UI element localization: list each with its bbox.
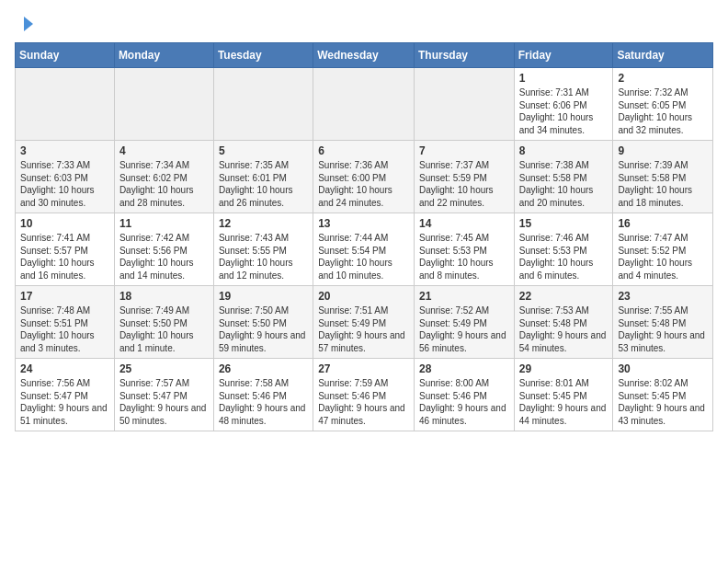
calendar-cell: 25Sunrise: 7:57 AMSunset: 5:47 PMDayligh…	[114, 359, 213, 431]
calendar-cell: 20Sunrise: 7:51 AMSunset: 5:49 PMDayligh…	[313, 286, 415, 359]
day-info: Sunset: 5:58 PM	[618, 172, 708, 185]
day-number: 1	[519, 72, 609, 85]
calendar-cell: 28Sunrise: 8:00 AMSunset: 5:46 PMDayligh…	[414, 359, 514, 431]
day-number: 8	[519, 144, 609, 157]
day-info: Sunrise: 7:55 AM	[618, 304, 708, 317]
calendar-cell: 6Sunrise: 7:36 AMSunset: 6:00 PMDaylight…	[313, 141, 415, 213]
day-info: Sunset: 6:01 PM	[219, 172, 308, 185]
day-number: 4	[119, 144, 209, 157]
calendar-cell: 22Sunrise: 7:53 AMSunset: 5:48 PMDayligh…	[514, 286, 613, 359]
day-info: Daylight: 10 hours and 30 minutes.	[20, 184, 109, 209]
day-number: 16	[618, 217, 708, 230]
day-info: Sunset: 5:46 PM	[219, 390, 308, 403]
logo-icon	[17, 15, 35, 33]
day-number: 6	[318, 144, 409, 157]
calendar-cell: 18Sunrise: 7:49 AMSunset: 5:50 PMDayligh…	[114, 286, 213, 359]
day-info: Sunrise: 7:48 AM	[20, 304, 109, 317]
day-info: Sunset: 6:03 PM	[20, 172, 109, 185]
day-info: Daylight: 10 hours and 3 minutes.	[20, 329, 109, 354]
day-number: 12	[219, 217, 308, 230]
day-info: Sunrise: 7:58 AM	[219, 377, 308, 390]
calendar-cell	[114, 68, 213, 141]
day-info: Daylight: 9 hours and 51 minutes.	[20, 402, 109, 427]
day-info: Sunset: 5:53 PM	[419, 245, 509, 258]
calendar-cell: 26Sunrise: 7:58 AMSunset: 5:46 PMDayligh…	[213, 359, 313, 431]
day-info: Daylight: 10 hours and 18 minutes.	[618, 184, 708, 209]
calendar-cell: 11Sunrise: 7:42 AMSunset: 5:56 PMDayligh…	[114, 213, 213, 286]
day-info: Sunset: 5:47 PM	[119, 390, 209, 403]
day-info: Daylight: 9 hours and 46 minutes.	[419, 402, 509, 427]
day-info: Daylight: 10 hours and 1 minute.	[119, 329, 209, 354]
calendar-cell: 10Sunrise: 7:41 AMSunset: 5:57 PMDayligh…	[16, 213, 115, 286]
day-info: Daylight: 9 hours and 56 minutes.	[419, 329, 509, 354]
day-info: Sunset: 5:58 PM	[519, 172, 609, 185]
calendar-header-row: SundayMondayTuesdayWednesdayThursdayFrid…	[16, 43, 713, 68]
page-header	[15, 15, 713, 33]
day-info: Daylight: 10 hours and 10 minutes.	[318, 257, 409, 282]
day-info: Sunset: 5:56 PM	[119, 245, 209, 258]
day-info: Sunset: 6:02 PM	[119, 172, 209, 185]
day-info: Sunrise: 7:35 AM	[219, 159, 308, 172]
day-info: Sunset: 5:47 PM	[20, 390, 109, 403]
day-number: 2	[618, 72, 708, 85]
day-info: Daylight: 10 hours and 20 minutes.	[519, 184, 609, 209]
day-info: Sunrise: 7:45 AM	[419, 232, 509, 245]
day-number: 23	[618, 290, 708, 303]
day-info: Sunrise: 7:51 AM	[318, 304, 409, 317]
day-info: Daylight: 9 hours and 47 minutes.	[318, 402, 409, 427]
day-number: 21	[419, 290, 509, 303]
day-info: Sunset: 5:49 PM	[318, 317, 409, 330]
day-info: Sunset: 5:48 PM	[618, 317, 708, 330]
calendar-cell: 14Sunrise: 7:45 AMSunset: 5:53 PMDayligh…	[414, 213, 514, 286]
calendar-cell: 4Sunrise: 7:34 AMSunset: 6:02 PMDaylight…	[114, 141, 213, 213]
day-info: Sunset: 6:00 PM	[318, 172, 409, 185]
calendar-week-5: 24Sunrise: 7:56 AMSunset: 5:47 PMDayligh…	[16, 359, 713, 431]
day-info: Sunrise: 7:59 AM	[318, 377, 409, 390]
col-header-saturday: Saturday	[613, 43, 713, 68]
day-number: 5	[219, 144, 308, 157]
col-header-sunday: Sunday	[16, 43, 115, 68]
calendar-cell: 27Sunrise: 7:59 AMSunset: 5:46 PMDayligh…	[313, 359, 415, 431]
calendar-cell: 13Sunrise: 7:44 AMSunset: 5:54 PMDayligh…	[313, 213, 415, 286]
day-info: Daylight: 10 hours and 12 minutes.	[219, 257, 308, 282]
day-info: Daylight: 9 hours and 44 minutes.	[519, 402, 609, 427]
day-number: 11	[119, 217, 209, 230]
day-info: Sunrise: 7:46 AM	[519, 232, 609, 245]
day-info: Daylight: 10 hours and 34 minutes.	[519, 111, 609, 136]
day-info: Sunrise: 7:41 AM	[20, 232, 109, 245]
day-info: Sunset: 5:46 PM	[419, 390, 509, 403]
day-info: Sunrise: 7:39 AM	[618, 159, 708, 172]
day-info: Daylight: 10 hours and 8 minutes.	[419, 257, 509, 282]
day-info: Sunset: 5:53 PM	[519, 245, 609, 258]
col-header-wednesday: Wednesday	[313, 43, 415, 68]
calendar-table: SundayMondayTuesdayWednesdayThursdayFrid…	[15, 42, 713, 431]
day-number: 28	[419, 362, 509, 375]
svg-marker-0	[24, 17, 33, 31]
day-info: Daylight: 10 hours and 24 minutes.	[318, 184, 409, 209]
day-info: Sunrise: 7:57 AM	[119, 377, 209, 390]
day-info: Daylight: 9 hours and 54 minutes.	[519, 329, 609, 354]
day-info: Daylight: 9 hours and 43 minutes.	[618, 402, 708, 427]
col-header-monday: Monday	[114, 43, 213, 68]
day-info: Sunrise: 8:01 AM	[519, 377, 609, 390]
day-info: Sunset: 5:57 PM	[20, 245, 109, 258]
calendar-cell: 17Sunrise: 7:48 AMSunset: 5:51 PMDayligh…	[16, 286, 115, 359]
day-number: 10	[20, 217, 109, 230]
day-info: Sunrise: 7:38 AM	[519, 159, 609, 172]
day-number: 29	[519, 362, 609, 375]
calendar-cell	[313, 68, 415, 141]
col-header-thursday: Thursday	[414, 43, 514, 68]
calendar-cell: 23Sunrise: 7:55 AMSunset: 5:48 PMDayligh…	[613, 286, 713, 359]
day-info: Sunset: 6:06 PM	[519, 99, 609, 112]
calendar-week-4: 17Sunrise: 7:48 AMSunset: 5:51 PMDayligh…	[16, 286, 713, 359]
day-number: 13	[318, 217, 409, 230]
day-info: Sunset: 5:45 PM	[519, 390, 609, 403]
calendar-cell: 21Sunrise: 7:52 AMSunset: 5:49 PMDayligh…	[414, 286, 514, 359]
day-info: Sunrise: 8:02 AM	[618, 377, 708, 390]
day-info: Sunrise: 7:34 AM	[119, 159, 209, 172]
day-info: Sunset: 5:54 PM	[318, 245, 409, 258]
day-number: 9	[618, 144, 708, 157]
day-info: Sunrise: 7:56 AM	[20, 377, 109, 390]
calendar-cell: 1Sunrise: 7:31 AMSunset: 6:06 PMDaylight…	[514, 68, 613, 141]
day-info: Daylight: 9 hours and 53 minutes.	[618, 329, 708, 354]
